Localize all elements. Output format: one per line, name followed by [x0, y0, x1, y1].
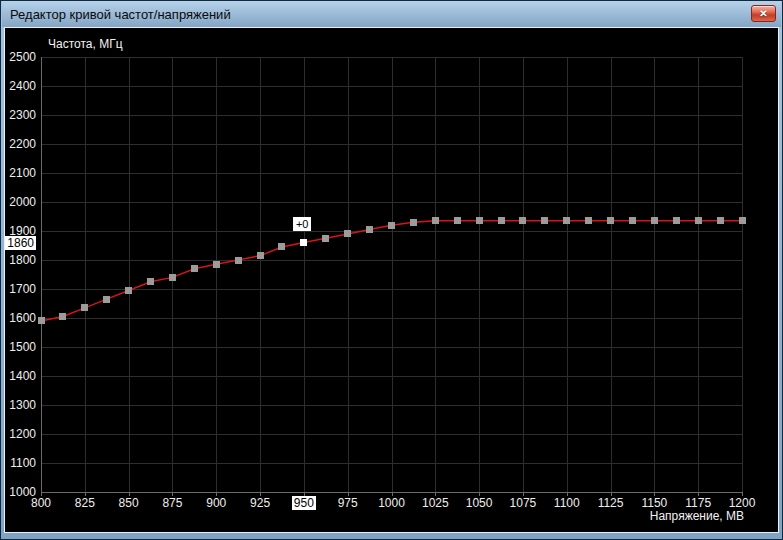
x-axis-tick-label: 850	[107, 497, 151, 510]
curve-point[interactable]	[717, 217, 724, 224]
x-axis-tick-label: 975	[326, 497, 370, 510]
curve-point[interactable]	[235, 257, 242, 264]
y-axis-tick-label: 1200	[5, 428, 36, 441]
curve-editor-window: Редактор кривой частот/напряжений ✕ Част…	[0, 0, 783, 540]
curve-point[interactable]	[519, 217, 526, 224]
x-axis-tick-label: 925	[238, 497, 282, 510]
x-axis-tick-label: 1025	[413, 497, 457, 510]
curve-point[interactable]	[366, 226, 373, 233]
offset-tooltip: +0	[293, 217, 312, 231]
y-axis-tick-label: 1100	[5, 457, 36, 470]
close-button[interactable]: ✕	[751, 5, 776, 22]
curve-point[interactable]	[629, 217, 636, 224]
curve-point[interactable]	[257, 252, 264, 259]
y-axis-tick-label: 2300	[5, 109, 36, 122]
y-axis-selected-value: 1860	[5, 236, 36, 250]
y-axis-tick-label: 2200	[5, 138, 36, 151]
curve-point[interactable]	[38, 317, 45, 324]
curve-point[interactable]	[563, 217, 570, 224]
curve-point[interactable]	[454, 217, 461, 224]
title-bar[interactable]: Редактор кривой частот/напряжений	[2, 1, 781, 27]
x-axis-tick-label: 1175	[676, 497, 720, 510]
window-title: Редактор кривой частот/напряжений	[2, 7, 231, 22]
y-axis-tick-label: 1400	[5, 370, 36, 383]
curve-point[interactable]	[498, 217, 505, 224]
curve-point[interactable]	[191, 265, 198, 272]
curve-point[interactable]	[607, 217, 614, 224]
y-axis-tick-label: 2500	[5, 51, 36, 64]
y-axis-tick-label: 1500	[5, 341, 36, 354]
x-axis-tick-label: 1050	[457, 497, 501, 510]
selected-curve-point[interactable]	[300, 239, 307, 246]
x-axis-tick-label: 1200	[720, 497, 764, 510]
y-axis-selected-label: 1860	[5, 237, 36, 250]
curve-point[interactable]	[673, 217, 680, 224]
close-icon: ✕	[759, 8, 767, 19]
curve-point[interactable]	[81, 304, 88, 311]
x-axis-tick-label: 1075	[501, 497, 545, 510]
x-axis-tick-label: 800	[19, 497, 63, 510]
curve-point[interactable]	[344, 230, 351, 237]
x-axis-tick-label: 1000	[370, 497, 414, 510]
curve-point[interactable]	[147, 278, 154, 285]
curve-point[interactable]	[410, 219, 417, 226]
curve-point[interactable]	[103, 296, 110, 303]
curve-point[interactable]	[585, 217, 592, 224]
chart-area: Частота, МГц Напряжение, МВ 100011001200…	[4, 27, 779, 533]
x-axis-tick-label: 950	[282, 497, 326, 510]
vf-curve-plot[interactable]	[5, 28, 780, 534]
x-axis-tick-label: 1150	[632, 497, 676, 510]
curve-point[interactable]	[388, 222, 395, 229]
curve-point[interactable]	[125, 287, 132, 294]
curve-point[interactable]	[169, 274, 176, 281]
curve-point[interactable]	[476, 217, 483, 224]
curve-point[interactable]	[739, 217, 746, 224]
y-axis-tick-label: 2000	[5, 196, 36, 209]
curve-point[interactable]	[695, 217, 702, 224]
curve-point[interactable]	[432, 217, 439, 224]
curve-point[interactable]	[59, 313, 66, 320]
x-axis-tick-label: 875	[150, 497, 194, 510]
curve-point[interactable]	[541, 217, 548, 224]
x-axis-tick-label: 1125	[589, 497, 633, 510]
y-axis-tick-label: 1600	[5, 312, 36, 325]
y-axis-tick-label: 1700	[5, 283, 36, 296]
y-axis-tick-label: 1300	[5, 399, 36, 412]
x-axis-tick-label: 1100	[545, 497, 589, 510]
x-axis-tick-label: 825	[63, 497, 107, 510]
y-axis-tick-label: 1800	[5, 254, 36, 267]
y-axis-tick-label: 2400	[5, 80, 36, 93]
y-axis-tick-label: 2100	[5, 167, 36, 180]
x-axis-tick-label: 900	[194, 497, 238, 510]
curve-point[interactable]	[213, 261, 220, 268]
curve-point[interactable]	[278, 243, 285, 250]
x-axis-selected-value: 950	[292, 496, 316, 510]
curve-point[interactable]	[651, 217, 658, 224]
curve-point[interactable]	[322, 235, 329, 242]
